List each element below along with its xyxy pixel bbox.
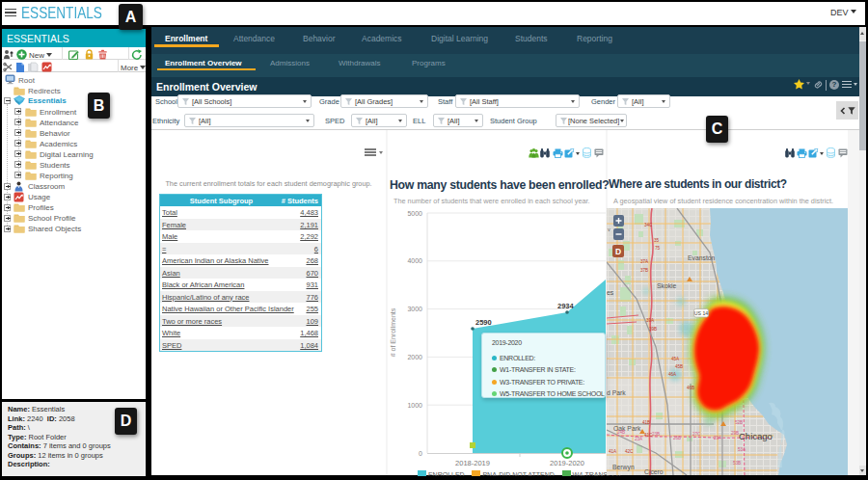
svg-text:v: v: [608, 227, 610, 232]
svg-text:2019-2020: 2019-2020: [550, 459, 584, 467]
svg-text:US 14: US 14: [694, 310, 709, 316]
svg-text:29A: 29A: [714, 436, 722, 440]
svg-text:5000: 5000: [407, 210, 422, 217]
svg-text:Evanston: Evanston: [688, 254, 716, 261]
svg-text:52B: 52B: [735, 420, 743, 425]
svg-text:41A: 41A: [609, 449, 617, 454]
svg-text:42C: 42C: [625, 449, 634, 454]
svg-text:46A: 46A: [668, 372, 677, 377]
svg-text:41B: 41B: [642, 420, 650, 425]
svg-text:39A: 39A: [646, 318, 655, 323]
svg-text:53B: 53B: [733, 461, 741, 466]
svg-text:Berwyn: Berwyn: [612, 464, 635, 471]
svg-text:53A: 53A: [738, 447, 746, 452]
svg-text:3000: 3000: [407, 306, 422, 312]
svg-text:# of Enrollments: # of Enrollments: [390, 307, 396, 357]
svg-text:4000: 4000: [407, 257, 422, 264]
svg-text:0: 0: [419, 450, 422, 457]
svg-text:es: es: [607, 289, 614, 296]
svg-text:39B: 39B: [649, 327, 657, 332]
svg-text:45A: 45A: [671, 357, 680, 361]
svg-text:34C: 34C: [644, 223, 653, 227]
svg-text:35: 35: [654, 238, 660, 243]
svg-text:Skokie: Skokie: [657, 282, 677, 289]
svg-text:46B: 46B: [687, 386, 694, 390]
svg-text:24B: 24B: [617, 430, 625, 435]
svg-text:75: 75: [655, 246, 661, 251]
svg-text:2000: 2000: [407, 354, 422, 360]
svg-text:23A: 23A: [635, 437, 643, 441]
svg-text:Cicero: Cicero: [644, 468, 664, 475]
svg-text:23B: 23B: [652, 432, 660, 437]
svg-text:Chicago: Chicago: [739, 431, 773, 441]
svg-text:2934: 2934: [557, 302, 575, 310]
svg-text:27C: 27C: [692, 432, 701, 437]
svg-text:2590: 2590: [475, 318, 492, 327]
svg-text:2018-2019: 2018-2019: [455, 459, 490, 467]
svg-text:37B: 37B: [640, 268, 648, 273]
svg-text:d Park: d Park: [607, 389, 626, 396]
svg-text:37A: 37A: [640, 259, 649, 264]
svg-text:D: D: [615, 247, 621, 256]
svg-text:29B: 29B: [731, 431, 739, 436]
svg-text:26B: 26B: [673, 436, 681, 440]
svg-text:45B: 45B: [675, 364, 683, 369]
svg-text:1000: 1000: [407, 402, 422, 409]
